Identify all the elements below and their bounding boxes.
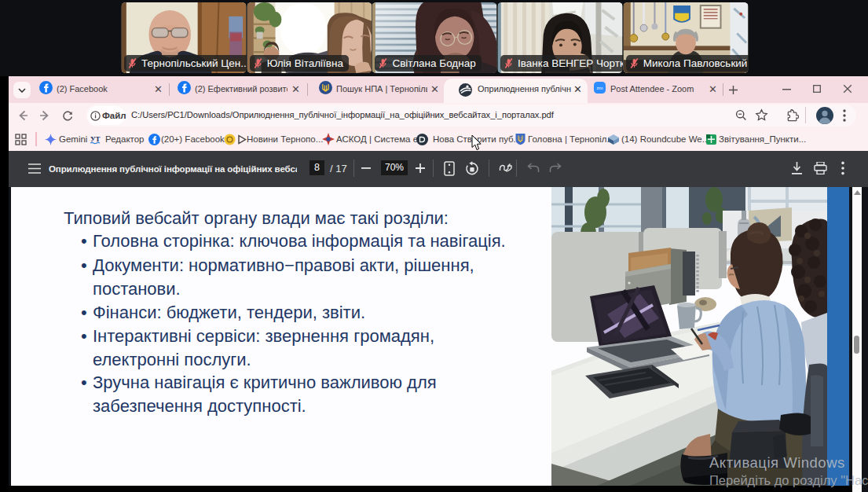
svg-text:УТ: УТ [90, 135, 101, 143]
svg-text:zm: zm [597, 86, 603, 90]
